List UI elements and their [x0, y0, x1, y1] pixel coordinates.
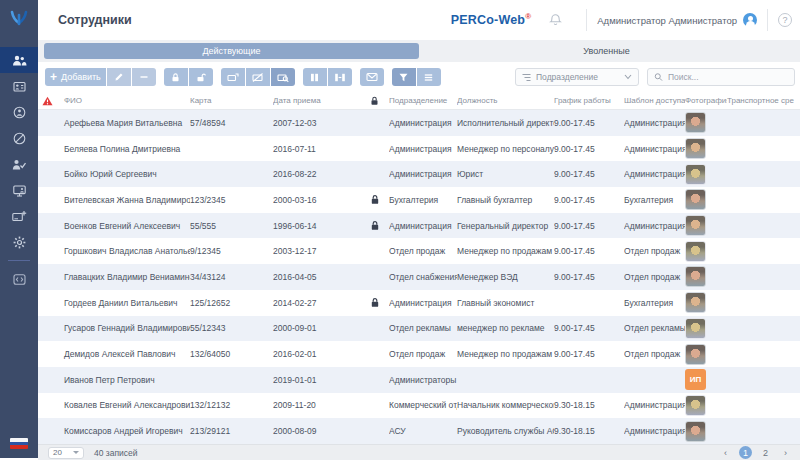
employee-department: Отдел продаж	[389, 349, 457, 359]
employee-lock-cell	[360, 220, 389, 231]
column-header-schedule[interactable]: График работы	[554, 96, 624, 105]
department-filter-dropdown[interactable]: Подразделение	[515, 68, 639, 86]
page-size-select[interactable]: 20	[48, 447, 84, 459]
edit-button[interactable]	[107, 68, 131, 86]
next-page-button[interactable]: ›	[779, 446, 792, 459]
employee-name: Иванов Петр Петрович	[56, 375, 190, 385]
sidebar-item-verification[interactable]	[0, 125, 38, 151]
employee-photo	[685, 266, 706, 287]
alert-column-header[interactable]	[38, 96, 56, 106]
page-button-2[interactable]: 2	[759, 446, 772, 459]
column-header-card[interactable]: Карта	[190, 96, 273, 105]
brand-mark: ®	[525, 12, 531, 21]
merge-columns-button[interactable]	[328, 68, 352, 86]
tab-dismissed-employees[interactable]: Уволенные	[419, 46, 794, 56]
column-header-photo[interactable]: Фотография	[685, 96, 727, 105]
filter-icon	[398, 72, 409, 83]
card-search-button[interactable]	[271, 68, 295, 86]
employee-schedule: 9.00-17.45	[554, 169, 624, 179]
employee-name: Гусаров Геннадий Владимирович	[56, 323, 190, 333]
unlock-access-button[interactable]	[189, 68, 213, 86]
sidebar-item-console[interactable]	[0, 266, 38, 292]
table-row[interactable]: Иванов Петр Петрович2019-01-01Администра…	[38, 367, 800, 393]
verification-icon	[12, 131, 27, 146]
employee-access-template: Администрация	[624, 426, 685, 436]
employee-photo	[685, 395, 706, 416]
employee-department: Администрация	[389, 144, 457, 154]
column-header-transport[interactable]: Транспортное сре	[727, 96, 800, 105]
columns-view-button[interactable]	[303, 68, 327, 86]
language-flag-ru[interactable]	[10, 438, 28, 449]
list-settings-button[interactable]	[417, 68, 441, 86]
employee-access-template: Администрация	[624, 169, 685, 179]
page-button-1[interactable]: 1	[739, 446, 752, 459]
sidebar-item-id-cards[interactable]	[0, 73, 38, 99]
unlock-icon	[195, 72, 206, 83]
card-transfer-button[interactable]	[221, 68, 245, 86]
table-row[interactable]: Демидов Алексей Павлович132/640502016-02…	[38, 341, 800, 367]
dismiss-button[interactable]	[132, 68, 156, 86]
table-row[interactable]: Бойко Юрий Сергеевич2016-08-22Администра…	[38, 161, 800, 187]
employee-schedule: 9.00-17.45	[554, 144, 624, 154]
employee-photo-cell	[685, 421, 727, 442]
employee-department: Бухгалтерия	[389, 195, 457, 205]
sidebar-item-card-order[interactable]	[0, 203, 38, 229]
column-header-lock[interactable]	[360, 96, 389, 106]
user-avatar-icon	[743, 13, 757, 27]
employee-card: 123/2345	[190, 195, 273, 205]
table-row[interactable]: Вителевская Жанна Владимировна123/234520…	[38, 187, 800, 213]
notifications-button[interactable]	[549, 13, 562, 27]
lock-access-button[interactable]	[164, 68, 188, 86]
table-row[interactable]: Гусаров Геннадий Владимирович55/12343200…	[38, 316, 800, 342]
send-message-button[interactable]	[360, 68, 384, 86]
employee-photo-cell	[685, 112, 727, 133]
employee-access-template: Отдел продаж	[624, 272, 685, 282]
search-input[interactable]	[668, 72, 788, 82]
table-row[interactable]: Главацких Владимир Вениаминович34/431242…	[38, 264, 800, 290]
chevron-down-icon	[624, 74, 632, 80]
sidebar-item-access-control[interactable]	[0, 151, 38, 177]
column-header-fio[interactable]: ФИО	[56, 96, 190, 105]
prev-page-button[interactable]: ‹	[719, 446, 732, 459]
column-header-department[interactable]: Подразделение	[389, 96, 457, 105]
add-button[interactable]: + Добавить	[45, 68, 106, 86]
employee-access-template: Отдел продаж	[624, 246, 685, 256]
table-row[interactable]: Военков Евгений Алексеевич55/5551996-06-…	[38, 213, 800, 239]
table-row[interactable]: Гордеев Даниил Витальевич125/126522014-0…	[38, 290, 800, 316]
employee-position: Главный экономист	[457, 298, 554, 308]
table-row[interactable]: Арефьева Мария Витальевна57/485942007-12…	[38, 110, 800, 136]
tab-active-employees[interactable]: Действующие	[44, 43, 419, 59]
user-menu[interactable]: Администратор Администратор	[597, 13, 757, 27]
employee-position: Менеджер по продажам	[457, 246, 554, 256]
employee-lock-cell	[360, 194, 389, 205]
card-block-button[interactable]	[246, 68, 270, 86]
employee-position: Юрист	[457, 169, 554, 179]
filter-button[interactable]	[392, 68, 416, 86]
sidebar-item-monitoring[interactable]	[0, 177, 38, 203]
column-header-hired[interactable]: Дата приема	[273, 96, 360, 105]
sidebar-item-employees[interactable]	[0, 47, 38, 73]
brand-name: PERCo-Web	[451, 14, 526, 28]
perco-logo[interactable]	[8, 9, 30, 31]
employee-name: Военков Евгений Алексеевич	[56, 221, 190, 231]
table-row[interactable]: Горшкович Владислав Анатольевич9/1234520…	[38, 238, 800, 264]
employee-photo	[685, 112, 706, 133]
column-header-position[interactable]: Должность	[457, 96, 554, 105]
merge-columns-icon	[334, 72, 346, 83]
employee-card: 213/29121	[190, 426, 273, 436]
employee-position: Менеджер по продажам	[457, 349, 554, 359]
sidebar-item-time-attendance[interactable]	[0, 99, 38, 125]
question-icon: ?	[782, 15, 787, 25]
employee-department: Коммерческий отдел	[389, 400, 457, 410]
employee-schedule: 9.00-17.45	[554, 323, 624, 333]
employee-position: Менеджер по персоналу	[457, 144, 554, 154]
table-row[interactable]: Ковалев Евгений Александрович132/1213220…	[38, 393, 800, 419]
help-button[interactable]: ?	[778, 13, 792, 27]
table-row[interactable]: Беляева Полина Дмитриевна2016-07-11Админ…	[38, 136, 800, 162]
sidebar-item-settings[interactable]	[0, 229, 38, 255]
employee-card: 132/12132	[190, 400, 273, 410]
perco-web-app: Сотрудники PERCo-Web® Администратор Адми…	[0, 0, 800, 468]
table-row[interactable]: Комиссаров Андрей Игоревич213/291212000-…	[38, 418, 800, 444]
employee-department: Администрация	[389, 169, 457, 179]
column-header-template[interactable]: Шаблон доступа	[624, 96, 685, 105]
